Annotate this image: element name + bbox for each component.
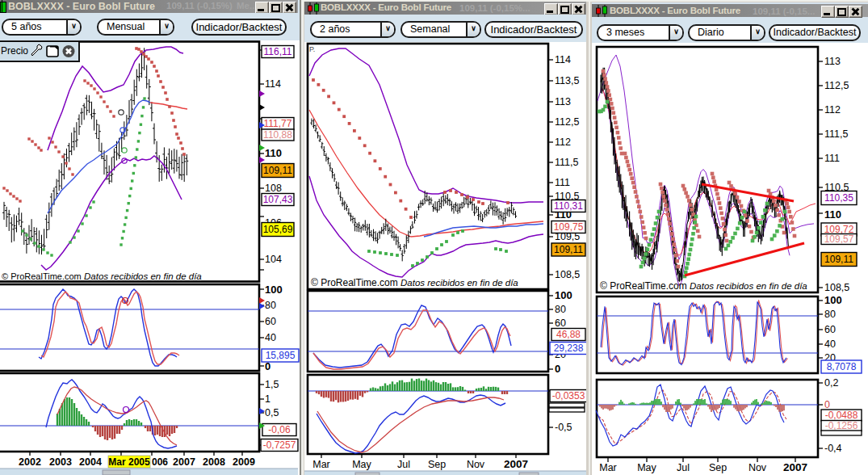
svg-text:111,5: 111,5 bbox=[555, 157, 578, 168]
svg-text:40: 40 bbox=[265, 332, 276, 343]
svg-text:60: 60 bbox=[555, 317, 566, 329]
svg-text:Mar: Mar bbox=[312, 459, 330, 470]
svg-text:1,5: 1,5 bbox=[265, 379, 279, 390]
svg-text:Datos recibidos en fin de día: Datos recibidos en fin de día bbox=[84, 271, 202, 281]
svg-text:-0,0353: -0,0353 bbox=[552, 390, 585, 401]
svg-text:006: 006 bbox=[152, 456, 168, 468]
svg-text:100: 100 bbox=[824, 294, 842, 306]
svg-text:114: 114 bbox=[555, 54, 571, 65]
svg-text:2004: 2004 bbox=[79, 456, 102, 468]
svg-text:112,5: 112,5 bbox=[555, 116, 579, 128]
svg-text:-0,5: -0,5 bbox=[555, 422, 572, 433]
svg-text:112: 112 bbox=[824, 104, 841, 116]
svg-text:60: 60 bbox=[265, 316, 276, 327]
svg-text:Mar: Mar bbox=[599, 462, 617, 473]
svg-text:-0,06: -0,06 bbox=[268, 424, 291, 435]
svg-text:60: 60 bbox=[824, 324, 836, 335]
svg-text:2008: 2008 bbox=[203, 456, 225, 468]
svg-text:Nov: Nov bbox=[467, 459, 485, 470]
svg-text:108,5: 108,5 bbox=[824, 282, 849, 293]
svg-text:113,5: 113,5 bbox=[555, 75, 579, 86]
svg-text:80: 80 bbox=[265, 300, 276, 311]
svg-text:Sep: Sep bbox=[428, 459, 446, 470]
svg-text:111: 111 bbox=[824, 153, 840, 164]
svg-text:109,11: 109,11 bbox=[263, 165, 292, 176]
svg-text:112,5: 112,5 bbox=[824, 80, 849, 91]
svg-text:© ProRealTime.com: © ProRealTime.com bbox=[600, 280, 687, 292]
svg-text:100: 100 bbox=[265, 284, 283, 296]
svg-text:116,11: 116,11 bbox=[264, 46, 292, 57]
svg-text:2009: 2009 bbox=[233, 456, 255, 468]
svg-text:-0,7257: -0,7257 bbox=[263, 439, 296, 451]
svg-text:-0,1256: -0,1256 bbox=[825, 420, 858, 431]
svg-text:0,2: 0,2 bbox=[824, 377, 838, 389]
svg-text:100: 100 bbox=[555, 289, 572, 301]
svg-text:2007: 2007 bbox=[504, 458, 528, 470]
svg-text:P.: P. bbox=[309, 45, 315, 53]
svg-text:110,88: 110,88 bbox=[263, 129, 292, 141]
svg-text:114: 114 bbox=[265, 78, 281, 90]
svg-text:40: 40 bbox=[824, 338, 836, 350]
svg-text:15,895: 15,895 bbox=[266, 350, 296, 361]
svg-text:109,11: 109,11 bbox=[824, 254, 853, 265]
svg-text:2003: 2003 bbox=[49, 456, 72, 468]
svg-text:Datos recibidos en fin de día: Datos recibidos en fin de día bbox=[690, 281, 807, 291]
svg-text:Jul: Jul bbox=[397, 459, 410, 470]
svg-text:109,75: 109,75 bbox=[554, 221, 584, 233]
svg-text:0: 0 bbox=[555, 363, 560, 375]
svg-text:111,5: 111,5 bbox=[824, 128, 848, 140]
svg-text:110,35: 110,35 bbox=[824, 192, 853, 204]
svg-text:May: May bbox=[637, 462, 656, 473]
svg-text:105,69: 105,69 bbox=[263, 224, 293, 235]
svg-text:46,88: 46,88 bbox=[556, 329, 581, 340]
svg-text:111,77: 111,77 bbox=[264, 118, 292, 129]
svg-text:107,43: 107,43 bbox=[263, 194, 293, 205]
svg-text:Sep: Sep bbox=[709, 462, 727, 473]
svg-text:Nov: Nov bbox=[748, 462, 767, 473]
svg-text:2002: 2002 bbox=[19, 456, 41, 468]
svg-text:8,7078: 8,7078 bbox=[827, 361, 857, 372]
svg-text:109,11: 109,11 bbox=[554, 244, 583, 255]
svg-text:May: May bbox=[352, 459, 371, 470]
svg-text:80: 80 bbox=[555, 304, 566, 315]
svg-text:Jul: Jul bbox=[677, 462, 690, 473]
svg-text:0,5: 0,5 bbox=[265, 407, 279, 418]
svg-text:108,5: 108,5 bbox=[555, 269, 580, 280]
svg-text:1: 1 bbox=[265, 393, 270, 405]
svg-text:2007: 2007 bbox=[783, 461, 807, 473]
svg-text:104: 104 bbox=[265, 254, 282, 265]
svg-text:© ProRealTime.com: © ProRealTime.com bbox=[2, 271, 82, 281]
svg-text:111: 111 bbox=[555, 177, 570, 188]
svg-text:Mar 2005: Mar 2005 bbox=[108, 456, 150, 468]
svg-text:110: 110 bbox=[824, 208, 841, 221]
svg-text:© ProRealTime.com: © ProRealTime.com bbox=[311, 277, 398, 288]
svg-text:110: 110 bbox=[265, 147, 282, 159]
svg-text:-0,4: -0,4 bbox=[824, 443, 842, 454]
svg-text:Datos recibidos en fin de día: Datos recibidos en fin de día bbox=[400, 278, 518, 288]
svg-text:29,238: 29,238 bbox=[554, 343, 584, 354]
svg-text:113: 113 bbox=[824, 56, 841, 67]
svg-text:112: 112 bbox=[555, 137, 571, 148]
svg-text:110,31: 110,31 bbox=[554, 200, 583, 212]
svg-text:-0,0488: -0,0488 bbox=[825, 410, 858, 421]
svg-text:0: 0 bbox=[824, 399, 830, 410]
svg-text:113: 113 bbox=[555, 96, 571, 107]
svg-text:80: 80 bbox=[824, 309, 836, 320]
svg-text:2007: 2007 bbox=[173, 456, 195, 468]
svg-text:108: 108 bbox=[265, 183, 282, 194]
svg-text:109,57: 109,57 bbox=[824, 233, 854, 245]
